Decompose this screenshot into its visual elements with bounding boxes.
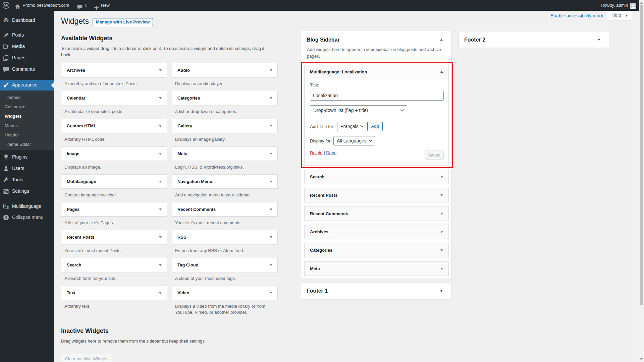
- svg-text:W: W: [4, 3, 9, 8]
- svg-text:a: a: [7, 206, 8, 208]
- svg-text:A: A: [4, 204, 7, 208]
